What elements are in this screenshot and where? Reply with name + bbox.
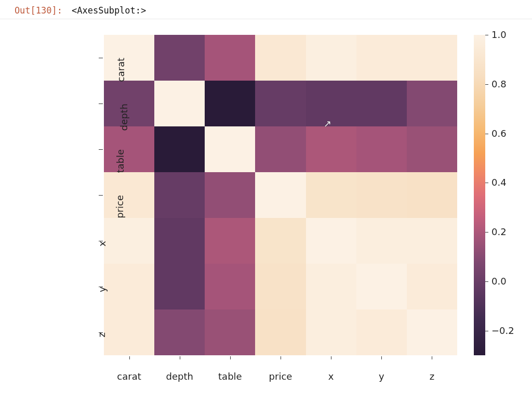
- heatmap-cell: [154, 264, 205, 309]
- y-tick-label: x: [97, 241, 108, 247]
- heatmap-cell: [154, 218, 205, 264]
- heatmap-cell: [356, 309, 407, 355]
- heatmap-cell: [255, 126, 305, 172]
- colorbar-tick-mark: [485, 35, 488, 35]
- heatmap-cell: [407, 218, 457, 264]
- x-tick-mark: [180, 356, 180, 359]
- colorbar-tick-label: −0.2: [491, 325, 514, 336]
- y-tick-mark: [99, 104, 103, 104]
- x-tick-label: z: [430, 371, 434, 382]
- heatmap-cell: [407, 35, 457, 81]
- y-tick-mark: [99, 287, 103, 287]
- heatmap-cell: [154, 309, 205, 355]
- x-tick-mark: [331, 356, 331, 359]
- heatmap-cell: [104, 264, 154, 309]
- heatmap-cell: [104, 309, 154, 355]
- heatmap-cell: [306, 126, 356, 172]
- y-tick-label: z: [96, 332, 107, 337]
- colorbar-ticks: 1.00.80.60.40.20.0−0.2: [485, 35, 522, 355]
- x-tick-label: table: [218, 371, 242, 382]
- heatmap-cell: [407, 126, 457, 172]
- x-tick-mark: [230, 356, 231, 359]
- heatmap-cell: [205, 126, 255, 172]
- y-tick-mark: [99, 149, 103, 150]
- heatmap-cell: [255, 172, 305, 218]
- x-tick-mark: [129, 356, 130, 359]
- colorbar-tick-mark: [485, 84, 488, 85]
- colorbar-tick-mark: [485, 134, 488, 134]
- heatmap-cell: [255, 264, 305, 309]
- heatmap-cell: [154, 35, 205, 81]
- y-tick-label: table: [115, 149, 126, 173]
- heatmap-cell: [154, 126, 205, 172]
- heatmap-cell: [104, 218, 154, 264]
- colorbar-tick-mark: [485, 232, 488, 233]
- y-tick-mark: [99, 58, 103, 58]
- y-tick-label: depth: [118, 104, 129, 131]
- colorbar: [474, 35, 485, 355]
- heatmap-cell: [356, 126, 407, 172]
- colorbar-tick-label: 1.0: [491, 29, 507, 40]
- x-tick-mark: [432, 356, 432, 359]
- heatmap-cell: [154, 81, 205, 126]
- colorbar-tick-label: 0.2: [491, 226, 507, 237]
- heatmap-cell: [407, 264, 457, 309]
- heatmap-cell: [306, 81, 356, 126]
- heatmap-cell: [306, 264, 356, 309]
- heatmap-cell: [306, 309, 356, 355]
- y-tick-mark: [99, 195, 103, 196]
- heatmap-cell: [205, 172, 255, 218]
- x-tick-label: depth: [166, 371, 193, 382]
- heatmap-cell: [205, 218, 255, 264]
- colorbar-tick-label: 0.0: [491, 276, 507, 287]
- heatmap-cell: [205, 35, 255, 81]
- heatmap-cell: [104, 172, 154, 218]
- colorbar-tick-label: 0.6: [491, 128, 507, 139]
- x-tick-label: price: [269, 371, 292, 382]
- heatmap-cell: [306, 172, 356, 218]
- y-tick-label: carat: [115, 58, 126, 82]
- heatmap-grid: [104, 35, 457, 355]
- output-repr: <AxesSubplot:>: [68, 5, 146, 16]
- heatmap-cell: [255, 218, 305, 264]
- heatmap-cell: [205, 309, 255, 355]
- heatmap-cell: [255, 309, 305, 355]
- y-tick-mark: [99, 332, 103, 333]
- colorbar-tick-label: 0.8: [491, 79, 507, 89]
- output-prompt: Out[130]:: [0, 5, 68, 16]
- heatmap-axes: caratdepthtablepricexyz caratdepthtablep…: [104, 35, 457, 355]
- figure: caratdepthtablepricexyz caratdepthtablep…: [0, 19, 532, 383]
- heatmap-cell: [205, 264, 255, 309]
- colorbar-tick-mark: [485, 281, 488, 282]
- heatmap-cell: [306, 35, 356, 81]
- heatmap-cell: [205, 81, 255, 126]
- x-tick-mark: [281, 356, 281, 359]
- heatmap-cell: [255, 81, 305, 126]
- output-area: Out[130]: <AxesSubplot:>: [0, 0, 532, 19]
- heatmap-cell: [306, 218, 356, 264]
- y-tick-label: y: [97, 287, 108, 292]
- heatmap-cell: [356, 218, 407, 264]
- heatmap-cell: [407, 309, 457, 355]
- y-tick-label: price: [114, 195, 125, 218]
- colorbar-tick-mark: [485, 183, 488, 183]
- x-tick-label: carat: [117, 371, 141, 382]
- heatmap-cell: [104, 35, 154, 81]
- colorbar-tick-label: 0.4: [491, 177, 507, 188]
- heatmap-cell: [356, 264, 407, 309]
- x-tick-mark: [381, 356, 382, 359]
- y-tick-mark: [99, 241, 103, 241]
- heatmap-cell: [104, 126, 154, 172]
- heatmap-cell: [356, 35, 407, 81]
- heatmap-cell: [356, 81, 407, 126]
- heatmap-cell: [356, 172, 407, 218]
- x-tick-label: y: [379, 371, 384, 382]
- heatmap-cell: [154, 172, 205, 218]
- heatmap-cell: [255, 35, 305, 81]
- colorbar-tick-mark: [485, 331, 488, 331]
- x-tick-label: x: [328, 371, 334, 382]
- heatmap-cell: [407, 172, 457, 218]
- heatmap-cell: [407, 81, 457, 126]
